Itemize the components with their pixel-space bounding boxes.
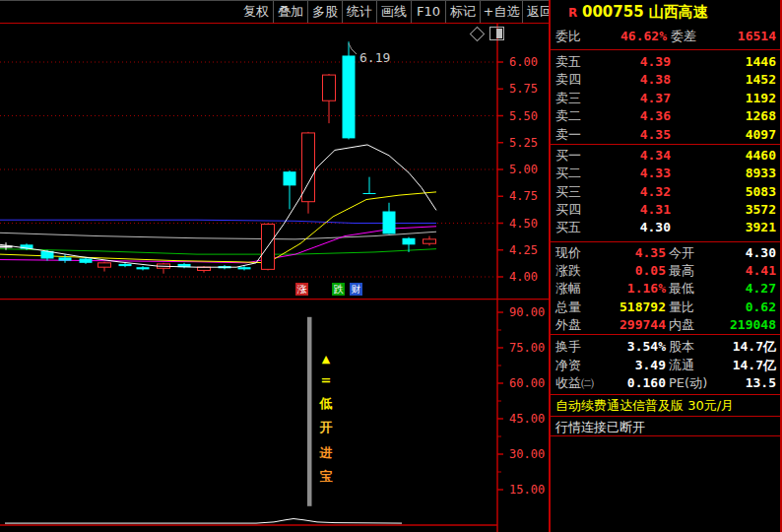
banner-text: 自动续费通达信普及版 30元/月 — [555, 398, 734, 413]
connection-status: 行情连接已断开 — [551, 419, 780, 435]
label-eps: 收益㈡ — [555, 374, 594, 391]
indicator-sub-chart[interactable]: 90.0075.0060.0045.0030.0015.00▲=低开进宝 — [0, 299, 549, 532]
badge-rise[interactable]: 涨 — [295, 283, 308, 296]
value-eps: 0.160 — [600, 374, 666, 391]
signal-glyph: 低 — [319, 396, 333, 411]
quote-row: 现价 4.35 今开 4.30 — [551, 244, 780, 261]
indicator-tick-label: 75.00 — [509, 341, 545, 355]
bid1-volume: 4460 — [677, 147, 776, 164]
label-volume-ratio: 量比 — [669, 299, 694, 315]
value-inner-volume: 219048 — [696, 316, 776, 333]
trading-app-window: 复权 叠加 多股 统计 画线 F10 标记 +自选 返回 6.196.005.7… — [0, 0, 782, 532]
quote-row: 总量 518792 量比 0.62 — [551, 299, 780, 315]
ask3-label: 卖三 — [555, 90, 581, 106]
price-tick-label: 4.00 — [509, 270, 538, 284]
bid-row-3[interactable]: 买三 4.32 5083 — [551, 183, 780, 200]
ask-row-1[interactable]: 卖一 4.35 4097 — [551, 126, 780, 143]
btn-f10[interactable]: F10 — [412, 1, 446, 23]
bid4-label: 买四 — [555, 201, 581, 218]
label-net-assets: 净资 — [555, 357, 581, 373]
ask4-label: 卖四 — [555, 71, 581, 88]
value-change: 0.05 — [600, 262, 666, 279]
btn-statistics[interactable]: 统计 — [343, 1, 377, 23]
value-volume-ratio: 0.62 — [696, 299, 776, 315]
ask-row-4[interactable]: 卖四 4.38 1452 — [551, 71, 780, 88]
bid-row-2[interactable]: 买二 4.33 8933 — [551, 165, 780, 181]
btn-draw-line[interactable]: 画线 — [377, 1, 412, 23]
bid5-label: 买五 — [555, 219, 581, 235]
separator — [551, 49, 780, 50]
ask3-volume: 1192 — [677, 90, 776, 106]
label-total-volume: 总量 — [555, 299, 581, 315]
btn-restore-rights[interactable]: 复权 — [239, 1, 274, 23]
label-open: 今开 — [669, 244, 694, 261]
value-change-pct: 1.16% — [600, 280, 666, 297]
bid1-price: 4.34 — [602, 147, 671, 164]
label-current-price: 现价 — [555, 244, 581, 261]
badge-finance[interactable]: 财 — [350, 283, 362, 296]
bid2-label: 买二 — [555, 165, 581, 181]
fund-row: 换手 3.54% 股本 14.7亿 — [551, 338, 780, 355]
bid2-volume: 8933 — [677, 165, 776, 181]
quote-panel: R 000755 山西高速 委比 46.62% 委差 16514 卖五 4.39… — [549, 0, 782, 532]
value-current-price: 4.35 — [600, 244, 666, 261]
ask-row-3[interactable]: 卖三 4.37 1192 — [551, 90, 780, 106]
ask-row-2[interactable]: 卖二 4.36 1268 — [551, 107, 780, 124]
indicator-curve — [5, 519, 402, 524]
split-window-icon[interactable] — [489, 27, 504, 40]
indicator-tick-label: 60.00 — [509, 376, 545, 390]
main-candlestick-chart[interactable]: 6.196.005.755.505.255.004.754.504.254.00 — [0, 23, 549, 299]
bid3-price: 4.32 — [602, 183, 671, 200]
signal-glyph: 开 — [319, 420, 333, 434]
status-text: 行情连接已断开 — [555, 420, 645, 434]
indicator-tick-label: 45.00 — [509, 412, 545, 426]
price-tick-label: 5.00 — [509, 163, 538, 176]
value-high: 4.41 — [696, 262, 776, 279]
indicator-tick-label: 30.00 — [509, 447, 545, 461]
stock-code-name: 000755 山西高速 — [582, 3, 708, 22]
bid-row-5[interactable]: 买五 4.30 3921 — [551, 219, 780, 235]
ask-row-5[interactable]: 卖五 4.39 1446 — [551, 53, 780, 70]
indicator-tick-label: 15.00 — [509, 483, 545, 497]
subscription-banner[interactable]: 自动续费通达信普及版 30元/月 — [551, 397, 780, 415]
separator — [551, 241, 780, 242]
btn-multi-stock[interactable]: 多股 — [308, 1, 343, 23]
signal-bar — [307, 317, 312, 506]
btn-overlay[interactable]: 叠加 — [274, 1, 308, 23]
ask1-price: 4.35 — [602, 126, 671, 143]
ask5-volume: 1446 — [677, 53, 776, 70]
label-high: 最高 — [669, 262, 694, 279]
bid-row-4[interactable]: 买四 4.31 3572 — [551, 201, 780, 218]
signal-glyph: ▲ — [322, 353, 331, 366]
bid2-price: 4.33 — [602, 165, 671, 181]
bid3-label: 买三 — [555, 183, 581, 200]
ask1-volume: 4097 — [677, 126, 776, 143]
price-tick-label: 4.50 — [509, 217, 538, 231]
ask3-price: 4.37 — [602, 90, 671, 106]
bid5-price: 4.30 — [602, 219, 671, 235]
label-turnover: 换手 — [555, 338, 581, 355]
moving-average-lines — [0, 192, 436, 263]
ask2-label: 卖二 — [555, 107, 581, 124]
label-change-pct: 涨幅 — [555, 280, 581, 297]
chart-toolbar: 复权 叠加 多股 统计 画线 F10 标记 +自选 返回 — [239, 1, 557, 23]
label-low: 最低 — [669, 280, 694, 297]
btn-mark[interactable]: 标记 — [446, 1, 481, 23]
price-tick-label: 5.50 — [509, 109, 538, 123]
price-tick-label: 5.25 — [509, 136, 538, 150]
stock-title: R 000755 山西高速 — [551, 3, 780, 23]
bid-row-1[interactable]: 买一 4.34 4460 — [551, 147, 780, 164]
value-pe: 13.5 — [696, 374, 776, 391]
price-gridlines — [0, 62, 497, 277]
value-low: 4.27 — [696, 280, 776, 297]
separator — [551, 435, 780, 436]
badge-fall[interactable]: 跌 — [332, 283, 345, 296]
btn-add-watchlist[interactable]: +自选 — [481, 1, 523, 23]
ask2-price: 4.36 — [602, 107, 671, 124]
ask4-volume: 1452 — [677, 71, 776, 88]
ma-blue — [0, 220, 436, 223]
weibi-label: 委比 — [555, 28, 581, 44]
weibi-value: 46.62% — [588, 28, 667, 44]
quote-row: 涨幅 1.16% 最低 4.27 — [551, 280, 780, 297]
weicha-label: 委差 — [671, 28, 696, 44]
